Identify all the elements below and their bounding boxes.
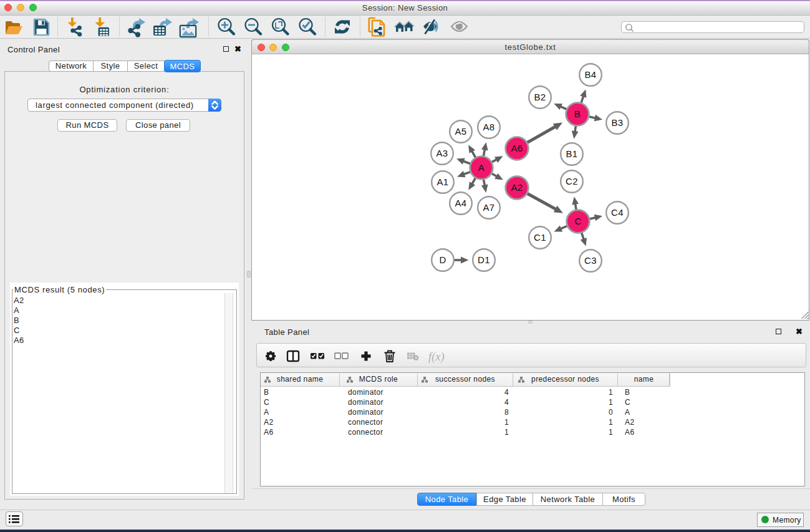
svg-text:A2: A2: [511, 182, 523, 193]
svg-text:B4: B4: [584, 69, 596, 80]
svg-text:C1: C1: [534, 232, 546, 243]
svg-text:A: A: [478, 162, 485, 173]
svg-text:A3: A3: [436, 148, 448, 158]
svg-text:A8: A8: [483, 122, 494, 132]
svg-text:C: C: [574, 216, 581, 226]
svg-text:A7: A7: [483, 202, 494, 213]
svg-text:B2: B2: [534, 92, 546, 102]
svg-text:C3: C3: [584, 255, 597, 266]
svg-text:D: D: [439, 254, 446, 265]
svg-text:f(x): f(x): [428, 351, 445, 364]
svg-text:D1: D1: [478, 254, 490, 265]
svg-text:A6: A6: [511, 143, 523, 153]
svg-text:B1: B1: [566, 148, 577, 159]
svg-text:C4: C4: [611, 207, 624, 218]
svg-text:B: B: [574, 109, 581, 119]
svg-text:A1: A1: [436, 177, 448, 187]
svg-text:C2: C2: [566, 176, 578, 186]
svg-text:B3: B3: [611, 117, 623, 128]
svg-text:A5: A5: [455, 126, 466, 137]
svg-text:A4: A4: [455, 198, 466, 208]
